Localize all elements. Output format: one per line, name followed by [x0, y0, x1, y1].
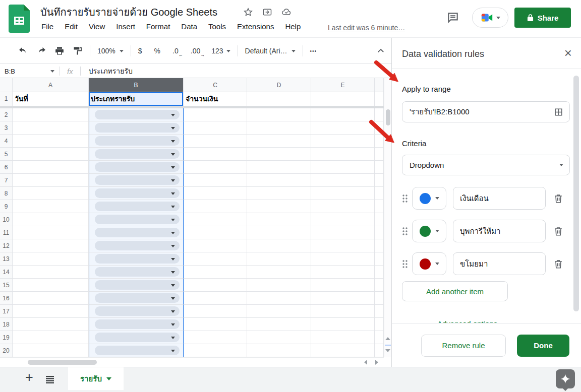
- cell-a2[interactable]: [13, 108, 89, 121]
- row-header-11[interactable]: 11: [0, 226, 13, 239]
- sheets-logo-icon[interactable]: [9, 5, 30, 35]
- cell-c17[interactable]: [184, 305, 247, 318]
- cell-f3[interactable]: [375, 121, 384, 135]
- last-edit-link[interactable]: Last edit was 6 minute…: [328, 24, 405, 32]
- row-header-17[interactable]: 17: [0, 305, 13, 318]
- menu-extensions[interactable]: Extensions: [237, 22, 274, 31]
- cell-a15[interactable]: [13, 279, 89, 292]
- scroll-down-arrow[interactable]: [385, 349, 390, 352]
- color-picker-button[interactable]: [412, 220, 446, 242]
- dropdown-chip[interactable]: [95, 136, 180, 146]
- format-currency-button[interactable]: $: [134, 44, 146, 58]
- cell-a1[interactable]: วันที่: [13, 92, 89, 106]
- dropdown-chip[interactable]: [95, 267, 180, 277]
- number-format-button[interactable]: 123: [207, 44, 234, 58]
- cell-f2[interactable]: [375, 108, 384, 121]
- cell-b20[interactable]: [89, 344, 184, 357]
- dropdown-chip[interactable]: [95, 333, 180, 342]
- cell-f12[interactable]: [375, 239, 384, 252]
- meet-button[interactable]: [472, 8, 508, 28]
- cell-d14[interactable]: [247, 266, 311, 279]
- cell-f19[interactable]: [375, 331, 384, 344]
- cell-d11[interactable]: [247, 226, 311, 239]
- cell-c13[interactable]: [184, 252, 247, 266]
- cell-e16[interactable]: [311, 292, 375, 305]
- row-header-7[interactable]: 7: [0, 174, 13, 187]
- column-header-b[interactable]: B: [89, 78, 184, 92]
- cell-e1[interactable]: [311, 92, 375, 106]
- cell-a9[interactable]: [13, 200, 89, 213]
- cell-a11[interactable]: [13, 226, 89, 239]
- menu-help[interactable]: Help: [285, 22, 301, 31]
- cell-e8[interactable]: [311, 187, 375, 200]
- vertical-scrollbar-thumb[interactable]: [386, 109, 390, 125]
- collapse-menus-button[interactable]: [372, 44, 389, 58]
- menu-data[interactable]: Data: [181, 22, 197, 31]
- cell-e17[interactable]: [311, 305, 375, 318]
- cell-f6[interactable]: [375, 161, 384, 174]
- row-header-14[interactable]: 14: [0, 266, 13, 279]
- cell-b14[interactable]: [89, 266, 184, 279]
- cell-e14[interactable]: [311, 266, 375, 279]
- drag-handle-icon[interactable]: [402, 193, 408, 204]
- cell-c18[interactable]: [184, 318, 247, 331]
- menu-format[interactable]: Format: [146, 22, 170, 31]
- delete-item-button[interactable]: [553, 258, 564, 270]
- cell-e4[interactable]: [311, 135, 375, 148]
- more-toolbar-button[interactable]: •••: [306, 44, 321, 58]
- all-sheets-button[interactable]: [45, 375, 54, 386]
- cell-d13[interactable]: [247, 252, 311, 266]
- cell-e6[interactable]: [311, 161, 375, 174]
- close-icon[interactable]: ×: [564, 46, 572, 60]
- cell-e2[interactable]: [311, 108, 375, 121]
- zoom-select[interactable]: 100%: [93, 44, 128, 58]
- formula-input[interactable]: ประเภทรายรับ: [81, 66, 133, 77]
- menu-insert[interactable]: Insert: [116, 22, 135, 31]
- cell-e11[interactable]: [311, 226, 375, 239]
- cell-c14[interactable]: [184, 266, 247, 279]
- cell-d2[interactable]: [247, 108, 311, 121]
- cell-c2[interactable]: [184, 108, 247, 121]
- dropdown-chip[interactable]: [95, 346, 180, 355]
- cell-b17[interactable]: [89, 305, 184, 318]
- row-header-4[interactable]: 4: [0, 135, 13, 148]
- cell-b11[interactable]: [89, 226, 184, 239]
- cell-e10[interactable]: [311, 213, 375, 226]
- dropdown-chip[interactable]: [95, 241, 180, 250]
- cell-f5[interactable]: [375, 148, 384, 161]
- item-value-input[interactable]: ขโมยมา: [453, 252, 546, 275]
- cell-d16[interactable]: [247, 292, 311, 305]
- cell-e15[interactable]: [311, 279, 375, 292]
- dropdown-chip[interactable]: [95, 228, 180, 237]
- explore-button[interactable]: [556, 369, 575, 388]
- cell-f10[interactable]: [375, 213, 384, 226]
- add-sheet-button[interactable]: +: [25, 370, 33, 385]
- menu-tools[interactable]: Tools: [208, 22, 226, 31]
- cell-c12[interactable]: [184, 239, 247, 252]
- row-header-20[interactable]: 20: [0, 344, 13, 357]
- cell-e13[interactable]: [311, 252, 375, 266]
- cell-b1-selected[interactable]: ประเภทรายรับ: [89, 92, 184, 106]
- font-select[interactable]: Default (Ari…: [241, 44, 300, 58]
- cell-f20[interactable]: [375, 344, 384, 357]
- sheet-tab-active[interactable]: รายรับ: [68, 367, 124, 390]
- cell-a13[interactable]: [13, 252, 89, 266]
- cell-b13[interactable]: [89, 252, 184, 266]
- row-header-3[interactable]: 3: [0, 121, 13, 135]
- cell-b10[interactable]: [89, 213, 184, 226]
- cell-b8[interactable]: [89, 187, 184, 200]
- cell-d20[interactable]: [247, 344, 311, 357]
- cell-b7[interactable]: [89, 174, 184, 187]
- cell-d4[interactable]: [247, 135, 311, 148]
- cell-f4[interactable]: [375, 135, 384, 148]
- cell-e19[interactable]: [311, 331, 375, 344]
- cell-e20[interactable]: [311, 344, 375, 357]
- comment-history-button[interactable]: [445, 10, 461, 26]
- cell-c10[interactable]: [184, 213, 247, 226]
- item-value-input[interactable]: บุพการีให้มา: [453, 220, 546, 242]
- dropdown-chip[interactable]: [95, 123, 180, 133]
- cell-d15[interactable]: [247, 279, 311, 292]
- dropdown-chip[interactable]: [95, 306, 180, 316]
- row-header-6[interactable]: 6: [0, 161, 13, 174]
- cell-d5[interactable]: [247, 148, 311, 161]
